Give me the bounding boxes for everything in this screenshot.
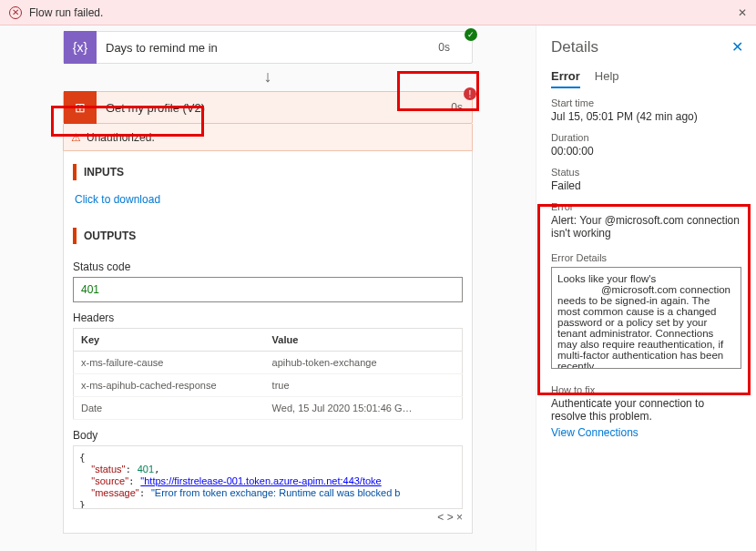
error-details-box[interactable] [551, 267, 741, 369]
view-connections-link[interactable]: View Connections [551, 426, 639, 439]
table-row: DateWed, 15 Jul 2020 15:01:46 G… [74, 397, 463, 420]
body-json-viewer[interactable]: { "status": 401, "source": "https://firs… [73, 445, 463, 509]
step-duration: 0s [442, 101, 472, 114]
status-code-label: Status code [73, 260, 463, 273]
step-title: Days to remind me in [97, 41, 429, 55]
headers-table: KeyValue x-ms-failure-causeapihub-token-… [73, 328, 463, 420]
inputs-heading: INPUTS [73, 157, 463, 188]
error-circle-icon: ✕ [9, 6, 22, 19]
inputs-download-link[interactable]: Click to download [73, 188, 463, 215]
headers-label: Headers [73, 311, 463, 324]
details-panel: Details ✕ Error Help Start time Jul 15, … [536, 26, 756, 551]
step-days-to-remind[interactable]: {x} Days to remind me in 0s ✓ [63, 31, 473, 64]
error-value: Alert: Your @microsoft.com connection is… [551, 214, 741, 240]
alert-dismiss-button[interactable]: ✕ [738, 6, 747, 19]
error-badge-icon: ! [464, 87, 476, 100]
success-badge-icon: ✓ [465, 28, 477, 41]
close-details-button[interactable]: ✕ [731, 38, 743, 56]
tab-help[interactable]: Help [595, 69, 619, 88]
duration-value: 00:00:00 [551, 145, 741, 158]
step-get-my-profile[interactable]: ⊞ Get my profile (V2) 0s ! ⚠ Unauthorize… [63, 91, 473, 534]
variable-icon: {x} [64, 31, 97, 64]
office-icon: ⊞ [64, 91, 97, 124]
table-row: x-ms-failure-causeapihub-token-exchange [74, 352, 463, 374]
alert-bar: ✕ Flow run failed. ✕ [0, 0, 756, 26]
warning-triangle-icon: ⚠ [71, 131, 81, 144]
alert-text: Flow run failed. [29, 6, 103, 19]
header-col-key: Key [74, 329, 265, 352]
details-tabs: Error Help [551, 69, 741, 88]
body-label: Body [73, 429, 463, 442]
outputs-heading: OUTPUTS [73, 220, 463, 251]
how-to-fix-value: Authenticate your connection to resolve … [551, 397, 741, 423]
error-details-label: Error Details [551, 252, 741, 263]
error-label: Error [551, 201, 741, 212]
how-to-fix-label: How to fix [551, 384, 741, 395]
details-title: Details [551, 38, 741, 56]
step-duration: 0s [429, 41, 459, 54]
duration-label: Duration [551, 132, 741, 143]
status-code-field[interactable] [73, 277, 463, 302]
status-label: Status [551, 167, 741, 178]
unauthorized-bar: ⚠ Unauthorized. [63, 124, 473, 151]
start-time-value: Jul 15, 05:01 PM (42 min ago) [551, 110, 741, 123]
status-value: Failed [551, 179, 741, 192]
flow-arrow-icon: ↓ [9, 67, 526, 86]
flow-canvas: {x} Days to remind me in 0s ✓ ↓ ⊞ Get my… [0, 26, 536, 551]
table-row: x-ms-apihub-cached-responsetrue [74, 374, 463, 397]
tab-error[interactable]: Error [551, 69, 580, 88]
header-col-value: Value [265, 329, 463, 352]
unauthorized-text: Unauthorized. [87, 131, 155, 144]
start-time-label: Start time [551, 97, 741, 108]
body-nav-controls[interactable]: < > × [73, 509, 463, 524]
step-title: Get my profile (V2) [97, 101, 442, 115]
